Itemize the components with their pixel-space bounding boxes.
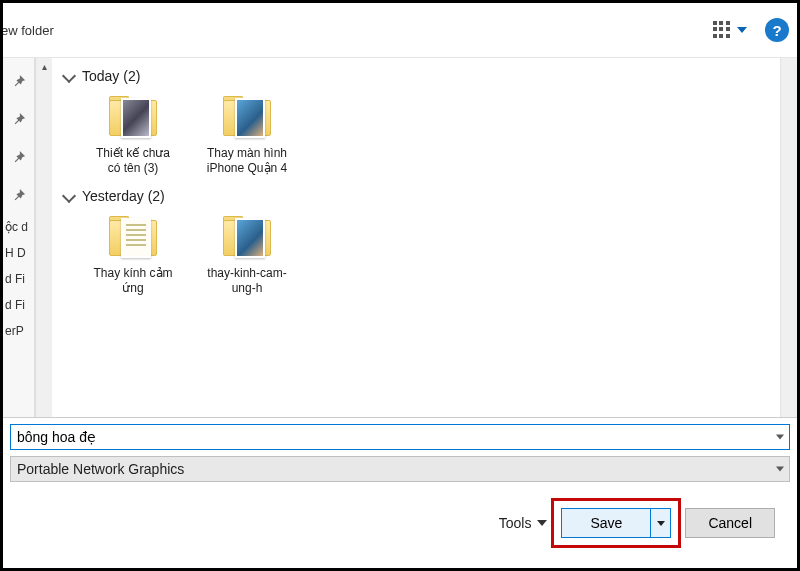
- chevron-down-icon: [62, 189, 76, 203]
- save-button[interactable]: Save: [561, 508, 671, 538]
- folder-item[interactable]: Thiết kế chưa có tên (3): [88, 94, 178, 176]
- help-icon[interactable]: ?: [765, 18, 789, 42]
- cancel-label: Cancel: [708, 515, 752, 531]
- chevron-down-icon[interactable]: [776, 467, 784, 472]
- folder-item[interactable]: Thay màn hình iPhone Quận 4: [202, 94, 292, 176]
- chevron-down-icon[interactable]: [776, 435, 784, 440]
- tools-label: Tools: [499, 515, 532, 531]
- group-today: Today (2) Thiết kế chưa có tên (3) Thay …: [64, 68, 768, 176]
- group-header[interactable]: Today (2): [64, 68, 768, 84]
- new-folder-button[interactable]: ew folder: [1, 23, 54, 38]
- toolbar: ew folder ?: [3, 3, 797, 58]
- filetype-select[interactable]: Portable Network Graphics: [10, 456, 790, 482]
- pin-icon: [12, 74, 26, 88]
- chevron-down-icon: [537, 520, 547, 526]
- folder-label: thay-kinh-cam-ung-h: [202, 266, 292, 296]
- tools-button[interactable]: Tools: [499, 515, 548, 531]
- pin-icon: [12, 188, 26, 202]
- sidebar-item-label[interactable]: d Fi: [3, 266, 34, 292]
- folder-icon: [105, 214, 161, 260]
- group-header[interactable]: Yesterday (2): [64, 188, 768, 204]
- folder-icon: [105, 94, 161, 140]
- folder-label: Thay kính cảm ứng: [88, 266, 178, 296]
- filetype-row: Portable Network Graphics: [3, 454, 797, 484]
- grid-icon: [713, 21, 731, 39]
- chevron-down-icon: [62, 69, 76, 83]
- main-area: ộc d H D d Fi d Fi erP ▴ Today (2) Thiết…: [3, 58, 797, 418]
- chevron-down-icon: [657, 521, 665, 526]
- sidebar-item-label[interactable]: ộc d: [3, 214, 34, 240]
- action-bar: Tools Save Cancel: [3, 484, 797, 548]
- cancel-button[interactable]: Cancel: [685, 508, 775, 538]
- filetype-label: Portable Network Graphics: [17, 461, 184, 477]
- content-scrollbar[interactable]: [780, 58, 797, 417]
- file-browser: Today (2) Thiết kế chưa có tên (3) Thay …: [52, 58, 780, 417]
- sidebar-item-label[interactable]: H D: [3, 240, 34, 266]
- scroll-up-icon[interactable]: ▴: [36, 58, 52, 75]
- folder-item[interactable]: thay-kinh-cam-ung-h: [202, 214, 292, 296]
- folder-icon: [219, 94, 275, 140]
- group-label: Today (2): [82, 68, 140, 84]
- filename-row: [3, 418, 797, 454]
- folder-icon: [219, 214, 275, 260]
- folder-label: Thiết kế chưa có tên (3): [88, 146, 178, 176]
- chevron-down-icon: [737, 27, 747, 33]
- pin-icon: [12, 112, 26, 126]
- filename-input[interactable]: [10, 424, 790, 450]
- sidebar-scrollbar[interactable]: ▴: [35, 58, 52, 417]
- folder-label: Thay màn hình iPhone Quận 4: [202, 146, 292, 176]
- sidebar-item-label[interactable]: erP: [3, 318, 34, 344]
- save-label: Save: [562, 515, 650, 531]
- save-dropdown[interactable]: [650, 509, 670, 537]
- nav-sidebar: ộc d H D d Fi d Fi erP: [3, 58, 35, 417]
- group-yesterday: Yesterday (2) Thay kính cảm ứng thay-kin…: [64, 188, 768, 296]
- pin-icon: [12, 150, 26, 164]
- group-label: Yesterday (2): [82, 188, 165, 204]
- sidebar-item-label[interactable]: d Fi: [3, 292, 34, 318]
- view-mode-button[interactable]: [713, 21, 747, 39]
- folder-item[interactable]: Thay kính cảm ứng: [88, 214, 178, 296]
